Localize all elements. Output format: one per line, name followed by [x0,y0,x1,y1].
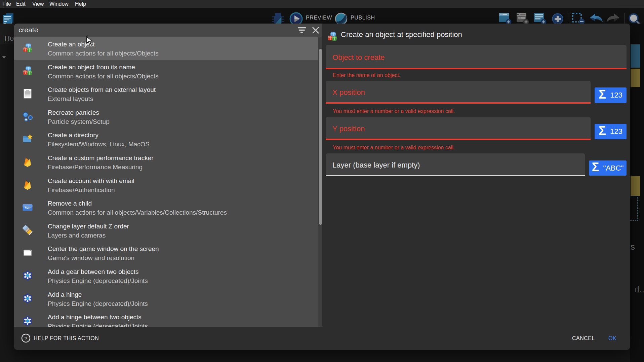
svg-text:Var: Var [24,205,31,210]
svg-text:?: ? [25,335,27,341]
